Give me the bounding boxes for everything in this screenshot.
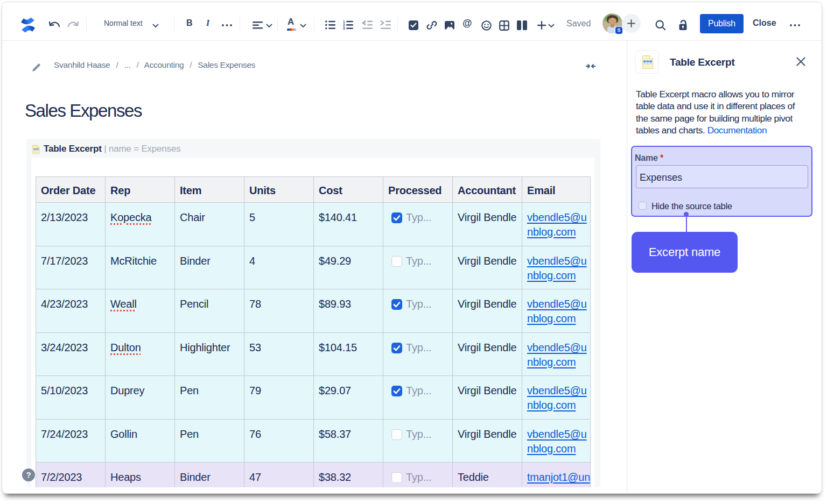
svg-text:3: 3 [343, 26, 345, 30]
